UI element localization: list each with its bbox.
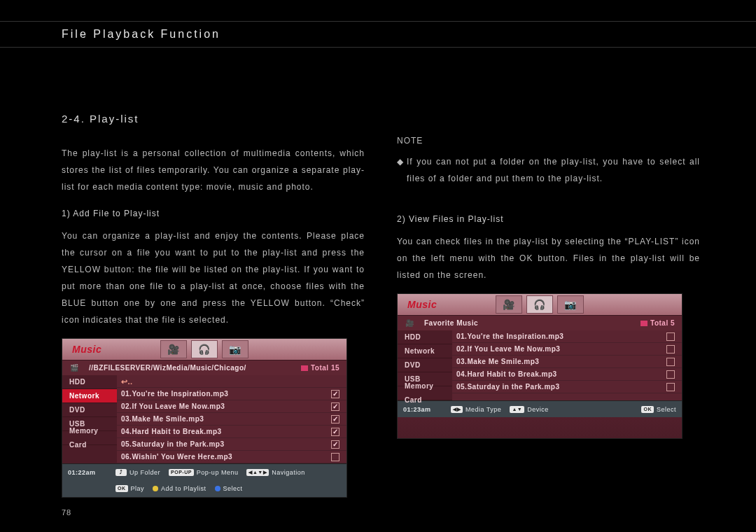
page-header-title: File Playback Function xyxy=(62,28,220,41)
sidebar-item-network[interactable]: Network xyxy=(62,389,117,403)
body-row: HDD Network DVD USB Memory Card ↩.. 01.Y… xyxy=(62,375,346,463)
intro-paragraph: The play-list is a personal collection o… xyxy=(62,145,365,195)
hint-navigation: ◀▲▼▶Navigation xyxy=(246,466,304,479)
file-row[interactable]: 06.Wishin' You Were Here.mp3 xyxy=(117,451,346,463)
file-name: 05.Saturday in the Park.mp3 xyxy=(456,380,666,394)
file-row[interactable]: 04.Hard Habit to Break.mp3 xyxy=(452,368,682,381)
mode-label: Music xyxy=(72,340,102,359)
subheading-view-files: 2) View Files in Play-list xyxy=(397,211,700,227)
file-row[interactable]: 05.Saturday in the Park.mp3 xyxy=(452,381,682,393)
path-text: //BZFILESERVER/WizMedia/Music/Chicago/ xyxy=(86,361,294,375)
file-row[interactable]: 02.If You Leave Me Now.mp3 xyxy=(452,343,682,356)
file-name: 01.You're the Inspiration.mp3 xyxy=(121,387,331,401)
blue-dot-icon xyxy=(215,486,220,491)
file-list: 01.You're the Inspiration.mp3 02.If You … xyxy=(452,330,682,400)
hint-media-type: ◀▶Media Type xyxy=(451,403,501,416)
playlist-title: Favorite Music xyxy=(421,316,634,330)
sidebar-item-hdd[interactable]: HDD xyxy=(398,330,452,344)
hint-device: ▲▼Device xyxy=(510,403,548,416)
check-icon xyxy=(666,370,675,379)
hint-label: Add to Playlist xyxy=(161,482,206,495)
header-band: File Playback Function xyxy=(0,21,756,48)
hint-label: Play xyxy=(131,482,145,495)
hint-up-folder: ⤴Up Folder xyxy=(115,466,160,479)
sidebar-item-dvd[interactable]: DVD xyxy=(398,358,452,372)
screenshot-view-playlist: Music 🎥 🎧 📷 🎥 Favorite Music Total 5 HDD… xyxy=(397,293,682,439)
hint-label: Media Type xyxy=(465,403,501,416)
yellow-dot-icon xyxy=(153,486,158,491)
file-name: 03.Make Me Smile.mp3 xyxy=(456,355,666,369)
file-name: 04.Hard Habit to Break.mp3 xyxy=(121,425,331,439)
total-text: Total 15 xyxy=(311,364,340,372)
path-row: 🎬 //BZFILESERVER/WizMedia/Music/Chicago/… xyxy=(62,360,346,375)
file-row[interactable]: 03.Make Me Smile.mp3 xyxy=(452,356,682,368)
sidebar-item-memorycard[interactable]: Memory Card xyxy=(398,386,452,400)
footer-row: 01:23am ◀▶Media Type ▲▼Device OKSelect xyxy=(398,400,682,417)
camera-icon[interactable]: 📷 xyxy=(222,340,248,358)
file-name: 05.Saturday in the Park.mp3 xyxy=(121,438,331,451)
hint-label: Device xyxy=(527,403,549,416)
ok-icon: OK xyxy=(115,485,128,492)
hint-label: Navigation xyxy=(272,466,305,479)
file-row[interactable]: 01.You're the Inspiration.mp3 xyxy=(452,330,682,343)
screenshot-add-to-playlist: Music 🎥 🎧 📷 🎬 //BZFILESERVER/WizMedia/Mu… xyxy=(62,338,347,498)
note-bullet: ◆ If you can not put a folder on the pla… xyxy=(397,153,700,187)
folder-up-row[interactable]: ↩.. xyxy=(117,375,346,388)
device-sidebar: HDD Network DVD USB Memory Card xyxy=(62,375,117,463)
hint-select: OKSelect xyxy=(641,403,676,416)
footer-row-1: 01:22am ⤴Up Folder POP-UPPop-up Menu ◀▲▼… xyxy=(62,463,346,480)
clock: 01:22am xyxy=(68,466,107,479)
hint-popup: POP-UPPop-up Menu xyxy=(169,466,238,479)
sidebar-item-network[interactable]: Network xyxy=(398,344,452,358)
check-icon: ✓ xyxy=(331,390,340,398)
section-title: 2-4. Play-list xyxy=(62,108,365,130)
hint-play: OKPlay xyxy=(115,482,144,495)
file-name: 03.Make Me Smile.mp3 xyxy=(121,412,331,426)
bullet-dot-icon: ◆ xyxy=(397,153,407,187)
camcorder-icon[interactable]: 🎥 xyxy=(160,340,187,358)
file-name: 02.If You Leave Me Now.mp3 xyxy=(121,400,331,414)
file-row[interactable]: 02.If You Leave Me Now.mp3✓ xyxy=(117,400,346,413)
file-name: 06.Wishin' You Were Here.mp3 xyxy=(121,450,331,464)
sidebar-item-hdd[interactable]: HDD xyxy=(62,375,117,389)
file-row[interactable]: 01.You're the Inspiration.mp3✓ xyxy=(117,388,346,400)
hint-select: Select xyxy=(215,482,243,495)
file-row[interactable]: 04.Hard Habit to Break.mp3✓ xyxy=(117,426,346,438)
file-row[interactable]: 05.Saturday in the Park.mp3✓ xyxy=(117,438,346,451)
sidebar-item-memorycard[interactable]: Memory Card xyxy=(62,431,117,445)
subheading-add-file: 1) Add File to Play-list xyxy=(62,205,365,222)
ok-icon: OK xyxy=(641,406,654,413)
clapper-icon: 🎥 xyxy=(398,316,421,330)
clock: 01:23am xyxy=(403,403,442,416)
file-row[interactable]: 03.Make Me Smile.mp3✓ xyxy=(117,413,346,426)
tab-row: Music 🎥 🎧 📷 xyxy=(398,294,682,315)
sidebar-item-dvd[interactable]: DVD xyxy=(62,403,117,417)
add-file-body: You can organize a play-list and enjoy t… xyxy=(62,227,365,328)
hint-label: Select xyxy=(657,403,676,416)
check-icon: ✓ xyxy=(331,428,340,436)
mode-label: Music xyxy=(407,295,437,314)
hint-add-playlist: Add to Playlist xyxy=(153,482,206,495)
ud-arrows-icon: ▲▼ xyxy=(510,406,524,413)
footer-row-2: OKPlay Add to Playlist Select xyxy=(62,480,346,497)
dpad-icon: ◀▲▼▶ xyxy=(246,469,269,476)
headphone-icon[interactable]: 🎧 xyxy=(526,295,553,314)
note-body: If you can not put a folder on the play-… xyxy=(407,153,700,187)
headphone-icon[interactable]: 🎧 xyxy=(191,340,218,358)
content-columns: 2-4. Play-list The play-list is a person… xyxy=(62,108,700,498)
hint-label: Select xyxy=(223,482,243,495)
check-icon: ✓ xyxy=(331,440,340,449)
camcorder-icon[interactable]: 🎥 xyxy=(496,295,522,314)
flag-icon xyxy=(640,321,648,326)
file-name: 01.You're the Inspiration.mp3 xyxy=(456,330,666,344)
check-icon xyxy=(666,345,675,354)
hint-label: Up Folder xyxy=(130,466,160,479)
file-name: 04.Hard Habit to Break.mp3 xyxy=(456,368,666,382)
camera-icon[interactable]: 📷 xyxy=(557,295,584,314)
body-row: HDD Network DVD USB Memory Card 01.You'r… xyxy=(398,330,682,400)
flag-icon xyxy=(301,365,308,371)
page-number: 78 xyxy=(62,508,71,517)
total-label: Total 15 xyxy=(294,361,346,375)
check-icon: ✓ xyxy=(331,415,340,424)
hint-label: Pop-up Menu xyxy=(197,466,239,479)
